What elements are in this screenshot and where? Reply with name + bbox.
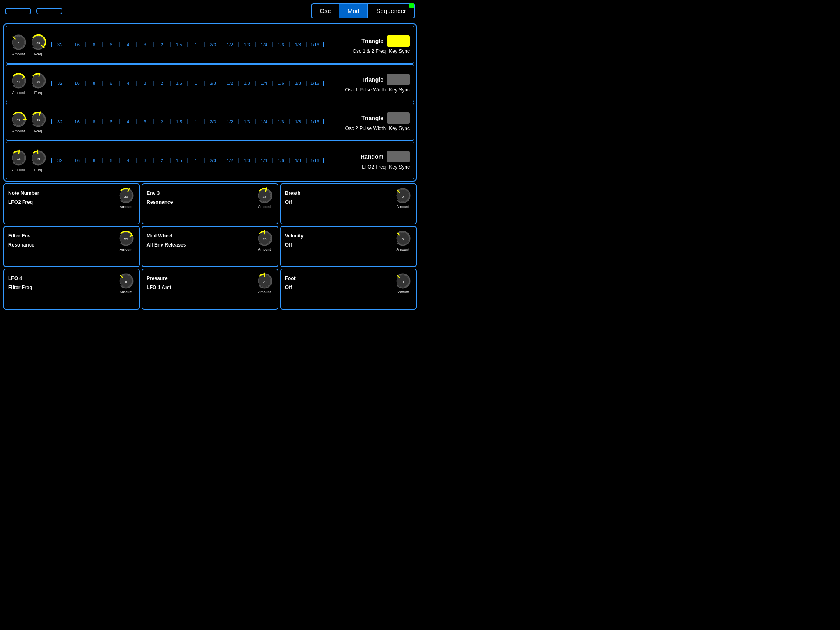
rate-btn-32[interactable]: 32	[52, 158, 68, 163]
rate-btn-2[interactable]: 2	[154, 42, 171, 47]
rate-btn-4[interactable]: 4	[120, 81, 137, 86]
waveform-button[interactable]	[387, 151, 410, 162]
rate-btn-6[interactable]: 6	[103, 158, 119, 163]
tab-osc[interactable]: Osc	[312, 4, 340, 18]
rate-btn-16[interactable]: 16	[68, 42, 85, 47]
waveform-button[interactable]	[387, 74, 410, 85]
rate-btn-16[interactable]: 16	[68, 119, 85, 124]
freq-knob[interactable]: 26	[29, 72, 47, 90]
header: Osc Mod Sequencer	[0, 0, 420, 22]
rate-btn-8[interactable]: 8	[86, 119, 103, 124]
rate-btn-32[interactable]: 32	[52, 81, 68, 86]
rate-btn-1/16[interactable]: 1/16	[307, 158, 323, 163]
mod-amount-knob[interactable]: 20	[256, 272, 274, 290]
rate-btn-1[interactable]: 1	[188, 42, 205, 47]
rate-btn-1.5[interactable]: 1.5	[171, 158, 187, 163]
keysync-label[interactable]: Key Sync	[389, 126, 410, 131]
rate-btn-1/4[interactable]: 1/4	[256, 42, 272, 47]
rate-btn-1/8[interactable]: 1/8	[290, 119, 306, 124]
keysync-label[interactable]: Key Sync	[389, 48, 410, 54]
waveform-button[interactable]	[387, 35, 410, 47]
rate-btn-1.5[interactable]: 1.5	[171, 42, 187, 47]
rate-btn-32[interactable]: 32	[52, 119, 68, 124]
rate-btn-1.5[interactable]: 1.5	[171, 119, 187, 124]
amount-knob[interactable]: 0	[9, 33, 27, 51]
rate-btn-1/16[interactable]: 1/16	[307, 81, 323, 86]
rate-btn-1/6[interactable]: 1/6	[273, 158, 290, 163]
mod-amount-knob[interactable]: 20	[256, 229, 274, 247]
freq-knob-wrap: 83 Freq	[29, 33, 47, 56]
keysync-label[interactable]: Key Sync	[389, 87, 410, 93]
rate-btn-16[interactable]: 16	[68, 81, 85, 86]
rate-btn-1/6[interactable]: 1/6	[273, 81, 290, 86]
tab-sequencer[interactable]: Sequencer	[368, 4, 414, 18]
rate-btn-1/3[interactable]: 1/3	[239, 119, 256, 124]
rate-btn-1[interactable]: 1	[188, 81, 205, 86]
rate-btn-1/4[interactable]: 1/4	[256, 81, 272, 86]
amount-knob[interactable]: 47	[9, 72, 27, 90]
rate-btn-1[interactable]: 1	[188, 158, 205, 163]
rate-btn-2[interactable]: 2	[154, 158, 171, 163]
rate-btn-2/3[interactable]: 2/3	[205, 42, 221, 47]
rate-btn-1/6[interactable]: 1/6	[273, 42, 290, 47]
rate-btn-2[interactable]: 2	[154, 81, 171, 86]
rate-btn-1/2[interactable]: 1/2	[221, 119, 238, 124]
rate-btn-2/3[interactable]: 2/3	[205, 158, 221, 163]
rate-btn-16[interactable]: 16	[68, 158, 85, 163]
mod-knob-area: 20 Amount	[256, 272, 274, 294]
rate-btn-1/3[interactable]: 1/3	[239, 42, 256, 47]
rate-btn-4[interactable]: 4	[120, 158, 137, 163]
rate-btn-6[interactable]: 6	[103, 81, 119, 86]
dest-row: LFO2 Freq Key Sync	[328, 164, 410, 170]
rate-btn-1[interactable]: 1	[188, 119, 205, 124]
rate-btn-4[interactable]: 4	[120, 119, 137, 124]
rate-btn-1.5[interactable]: 1.5	[171, 81, 187, 86]
mod-amount-knob[interactable]: 0	[117, 272, 135, 290]
rate-btn-1/2[interactable]: 1/2	[221, 42, 238, 47]
rate-btn-8[interactable]: 8	[86, 158, 103, 163]
freq-knob[interactable]: 29	[29, 110, 47, 128]
mod-amount-knob[interactable]: 52	[117, 229, 135, 247]
amount-knob[interactable]: 63	[9, 110, 27, 128]
mod-amount-knob[interactable]: 28	[256, 187, 274, 205]
rate-btn-4[interactable]: 4	[120, 42, 137, 47]
waveform-button[interactable]	[387, 112, 410, 124]
mod-amount-knob[interactable]: 0	[394, 229, 412, 247]
mod-labels: Pressure LFO 1 Amt	[146, 276, 171, 290]
rate-btn-1/2[interactable]: 1/2	[221, 81, 238, 86]
freq-knob[interactable]: 19	[29, 149, 47, 167]
mod-amount-knob[interactable]: 0	[394, 187, 412, 205]
rate-btn-1/16[interactable]: 1/16	[307, 42, 323, 47]
rate-btn-2[interactable]: 2	[154, 119, 171, 124]
rate-btn-8[interactable]: 8	[86, 81, 103, 86]
rate-btn-2/3[interactable]: 2/3	[205, 81, 221, 86]
rate-btn-6[interactable]: 6	[103, 119, 119, 124]
mod-amount-knob[interactable]: 0	[394, 272, 412, 290]
rate-btn-1/3[interactable]: 1/3	[239, 158, 256, 163]
rate-btn-1/8[interactable]: 1/8	[290, 158, 306, 163]
svg-text:0: 0	[402, 280, 404, 284]
rate-btn-2/3[interactable]: 2/3	[205, 119, 221, 124]
rate-btn-3[interactable]: 3	[137, 42, 153, 47]
rate-btn-1/4[interactable]: 1/4	[256, 119, 272, 124]
rate-btn-3[interactable]: 3	[137, 158, 153, 163]
rate-btn-32[interactable]: 32	[52, 42, 68, 47]
rate-btn-1/4[interactable]: 1/4	[256, 158, 272, 163]
tab-mod[interactable]: Mod	[339, 4, 368, 18]
rate-btn-3[interactable]: 3	[137, 119, 153, 124]
rate-btn-1/8[interactable]: 1/8	[290, 81, 306, 86]
rate-btn-1/6[interactable]: 1/6	[273, 119, 290, 124]
rate-btn-1/3[interactable]: 1/3	[239, 81, 256, 86]
rate-btn-3[interactable]: 3	[137, 81, 153, 86]
freq-knob[interactable]: 83	[29, 33, 47, 51]
keysync-label[interactable]: Key Sync	[389, 164, 410, 170]
rate-btn-6[interactable]: 6	[103, 42, 119, 47]
rate-btn-1/8[interactable]: 1/8	[290, 42, 306, 47]
amount-knob-wrap: 24 Amount	[9, 149, 27, 172]
rate-btn-8[interactable]: 8	[86, 42, 103, 47]
rate-btn-1/2[interactable]: 1/2	[221, 158, 238, 163]
rate-btn-1/16[interactable]: 1/16	[307, 119, 323, 124]
amount-knob-wrap: 47 Amount	[9, 72, 27, 95]
amount-knob[interactable]: 24	[9, 149, 27, 167]
mod-amount-knob[interactable]: 33	[117, 187, 135, 205]
